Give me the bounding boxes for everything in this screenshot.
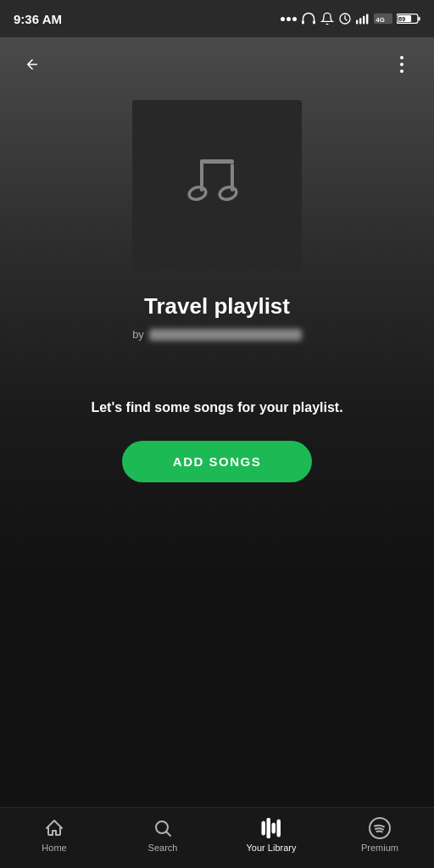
- by-line: by: [132, 328, 302, 341]
- nav-item-premium[interactable]: Premium: [326, 817, 434, 853]
- svg-text:69: 69: [398, 16, 405, 22]
- svg-rect-0: [302, 20, 304, 24]
- svg-rect-13: [200, 159, 234, 164]
- svg-rect-5: [363, 16, 364, 25]
- nav-label-home: Home: [42, 843, 66, 853]
- nav-item-library[interactable]: Your Library: [217, 817, 326, 853]
- album-art: [132, 100, 302, 270]
- back-button[interactable]: [17, 49, 47, 80]
- nav-label-library: Your Library: [247, 843, 297, 853]
- svg-rect-3: [356, 20, 358, 25]
- battery-icon: 69: [397, 13, 420, 25]
- svg-rect-21: [272, 823, 275, 833]
- bottom-nav: Home Search Your Library: [0, 807, 434, 868]
- author-name: [149, 329, 302, 341]
- premium-icon: [369, 817, 391, 839]
- bell-icon: [320, 12, 334, 25]
- music-note-icon: [175, 147, 259, 223]
- signal-dots: [281, 17, 297, 21]
- status-bar: 9:36 AM 4G: [0, 0, 434, 37]
- three-dots-icon: [400, 56, 403, 73]
- svg-text:4G: 4G: [376, 16, 384, 24]
- svg-rect-1: [313, 20, 315, 24]
- add-songs-button[interactable]: ADD SONGS: [122, 441, 312, 482]
- svg-rect-4: [359, 18, 361, 24]
- nav-label-premium: Premium: [361, 843, 398, 853]
- svg-rect-22: [277, 820, 281, 837]
- alarm-icon: [338, 12, 352, 25]
- status-icons: 4G 69: [281, 12, 420, 25]
- playlist-title: Travel playlist: [144, 293, 290, 320]
- home-icon: [43, 817, 65, 839]
- svg-rect-20: [267, 818, 270, 838]
- svg-rect-10: [418, 17, 420, 21]
- main-content: Travel playlist by Let's find some songs…: [0, 37, 434, 807]
- svg-rect-6: [366, 14, 368, 24]
- svg-point-16: [188, 186, 208, 202]
- signal-icon: [356, 13, 370, 25]
- search-icon: [152, 817, 174, 839]
- library-icon: [260, 817, 282, 839]
- svg-point-17: [219, 186, 238, 202]
- nav-label-search: Search: [148, 843, 178, 853]
- nav-item-search[interactable]: Search: [108, 817, 217, 853]
- top-nav: [0, 37, 434, 92]
- find-songs-text: Let's find some songs for your playlist.: [57, 400, 376, 415]
- headphone-icon: [301, 12, 316, 25]
- by-label: by: [132, 328, 144, 341]
- svg-rect-19: [262, 821, 265, 835]
- nav-item-home[interactable]: Home: [0, 817, 108, 853]
- more-options-button[interactable]: [387, 49, 417, 80]
- status-time: 9:36 AM: [14, 12, 62, 26]
- volte-icon: 4G: [374, 13, 392, 25]
